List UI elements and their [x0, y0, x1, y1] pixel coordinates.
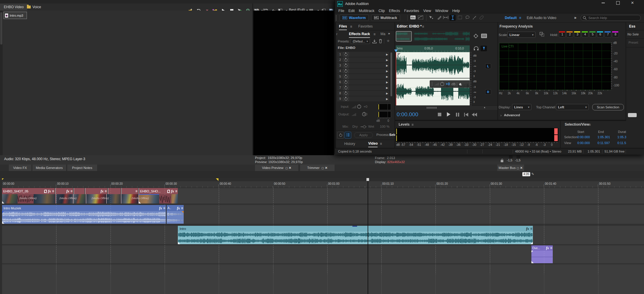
- clip-overlay-header[interactable]: Ove... fx≡: [531, 245, 553, 251]
- menu-favorites[interactable]: Favorites: [404, 9, 419, 13]
- tab-markers-partial[interactable]: Ma: [380, 32, 385, 36]
- clip-intro-muziek[interactable]: Intro Muziek fx≡: [2, 205, 166, 224]
- menu-file[interactable]: File: [338, 9, 344, 13]
- display-list-icon[interactable]: [481, 34, 487, 38]
- clip-a-header[interactable]: A.. fx≡: [167, 205, 184, 211]
- effect-slot-9[interactable]: 9▶: [337, 96, 389, 101]
- hud-grip[interactable]: [432, 82, 433, 86]
- video-clip-header[interactable]: fx≡: [55, 188, 73, 194]
- hud-volume-knob[interactable]: [440, 82, 444, 86]
- slot-expand-icon[interactable]: ▶: [386, 86, 388, 89]
- scale-dropdown[interactable]: Linear▾: [507, 32, 535, 38]
- clip-menu-icon[interactable]: ≡: [181, 206, 183, 210]
- tab-video-preview[interactable]: Video Preview ▢ ✕: [255, 165, 298, 171]
- stop-button[interactable]: [438, 113, 442, 117]
- toolbar-grip[interactable]: [336, 15, 337, 20]
- presets-dropdown[interactable]: (Defaul...▾: [351, 39, 370, 44]
- tab-files[interactable]: Files: [339, 24, 347, 30]
- slot-expand-icon[interactable]: ▶: [386, 64, 388, 67]
- hud-pin-icon[interactable]: [459, 83, 462, 86]
- tab-media-generators[interactable]: Media Generators: [32, 165, 66, 171]
- tab-favorites[interactable]: Favorites: [358, 24, 373, 28]
- clip-menu-icon[interactable]: ≡: [52, 189, 54, 193]
- left-channel-button[interactable]: L: [485, 64, 491, 69]
- tab-trimmer[interactable]: Trimmer ▢ ✕: [300, 165, 335, 171]
- partial-tab[interactable]: r: [336, 32, 338, 36]
- media-bin-scrollbar[interactable]: [0, 11, 3, 155]
- effect-slot-6[interactable]: 6▶: [337, 80, 389, 85]
- clip-a[interactable]: A.. fx≡: [166, 205, 184, 224]
- video-clip-header[interactable]: ≡: [121, 188, 138, 194]
- minimize-button[interactable]: [602, 3, 605, 3]
- ibeam-tool-selected[interactable]: [450, 15, 456, 21]
- waveform-display-icon[interactable]: [410, 16, 416, 20]
- play-button[interactable]: [447, 112, 451, 117]
- multitrack-mode-button[interactable]: Multitrack: [371, 15, 400, 21]
- editor-playhead-marker[interactable]: [394, 49, 398, 52]
- edit-pencil-icon[interactable]: ✎: [531, 172, 534, 176]
- display-dropdown[interactable]: Lines▾: [512, 104, 531, 110]
- clip-indicator-right[interactable]: [554, 135, 558, 141]
- slot-power-button[interactable]: [343, 86, 349, 90]
- effect-slot-4[interactable]: 4▶: [337, 69, 389, 74]
- video-panel-menu-icon[interactable]: ≡: [380, 142, 382, 146]
- frequency-graph[interactable]: Live CTI: [499, 43, 611, 90]
- selection-view-menu-icon[interactable]: ≡: [589, 123, 591, 127]
- slot-expand-icon[interactable]: ▶: [386, 92, 388, 95]
- media-item-intro-mp3[interactable]: Intro.mp3: [4, 12, 27, 19]
- slot-power-button[interactable]: [343, 97, 349, 101]
- transport-time[interactable]: 0:00.000: [397, 111, 418, 118]
- view-end[interactable]: 0:11.597: [597, 141, 610, 145]
- time-selection-tool-icon[interactable]: [443, 16, 448, 20]
- partial-button[interactable]: [628, 113, 637, 117]
- editor-scrollbar[interactable]: ▲: [395, 105, 497, 110]
- clip-fx-icon[interactable]: fx: [48, 189, 51, 193]
- video-clip-header[interactable]: fx≡: [85, 188, 107, 194]
- clip-intro-voice[interactable]: Intro fx≡: [178, 226, 533, 244]
- slot-power-button[interactable]: [343, 58, 349, 62]
- tab-voice[interactable]: Voice: [25, 4, 43, 11]
- pin-playhead-button[interactable]: [481, 46, 487, 51]
- paintbrush-tool-icon[interactable]: [472, 16, 476, 20]
- video-clip-thumbnails[interactable]: (Media Offline) (Media Offline) (Media O…: [2, 194, 178, 204]
- clip-fx-icon[interactable]: fx: [171, 189, 174, 193]
- effect-slot-8[interactable]: 8▶: [337, 91, 389, 96]
- effects-rack-scrollbar[interactable]: [390, 52, 392, 96]
- save-preset-icon[interactable]: [372, 39, 377, 43]
- editor-timeline-ruler[interactable]: hms 0:05,0 0:10,0: [396, 45, 470, 52]
- clip-menu-icon[interactable]: ≡: [70, 189, 72, 193]
- video-clip-header[interactable]: EHBO_SHO...fx≡: [139, 188, 178, 194]
- slot-power-button[interactable]: [343, 74, 349, 79]
- clip-fx-icon[interactable]: fx: [66, 189, 69, 193]
- clip-menu-icon[interactable]: ≡: [135, 189, 137, 193]
- levels-meter[interactable]: [396, 128, 558, 142]
- close-button[interactable]: ✕: [631, 1, 634, 5]
- clip-fx-icon[interactable]: fx: [526, 227, 529, 230]
- input-gain-knob[interactable]: [357, 105, 361, 109]
- levels-menu-icon[interactable]: ≡: [411, 123, 414, 127]
- copy-graph-icon[interactable]: [540, 32, 544, 37]
- rack-power-button[interactable]: [337, 132, 344, 139]
- video-clip-header[interactable]: [108, 188, 121, 194]
- waveform-left-channel[interactable]: [396, 53, 470, 77]
- editor-waveform-area[interactable]: [396, 52, 470, 105]
- clip-intro-muziek-header[interactable]: Intro Muziek fx≡: [2, 205, 166, 211]
- menu-window[interactable]: Window: [435, 9, 448, 13]
- tab-master-bus[interactable]: Master Bus ▢ ✕: [497, 165, 524, 171]
- favorite-star-icon[interactable]: ★: [386, 38, 390, 43]
- spot-healing-tool-icon[interactable]: [479, 16, 484, 20]
- scan-selection-button[interactable]: Scan Selection: [592, 104, 624, 110]
- apply-button[interactable]: Apply: [354, 132, 373, 138]
- selection-end[interactable]: 1:05.301: [597, 135, 610, 139]
- effect-slot-1[interactable]: 1▶: [337, 52, 389, 57]
- razor-tool-icon[interactable]: [437, 16, 441, 20]
- tab-project-notes[interactable]: Project Notes: [67, 165, 97, 171]
- overview-view-range[interactable]: [396, 31, 412, 42]
- files-panel-menu-icon[interactable]: ≡: [350, 25, 352, 29]
- rewind-button[interactable]: [472, 113, 477, 117]
- slot-power-button[interactable]: [343, 80, 349, 84]
- scroll-up-icon[interactable]: ▲: [483, 106, 486, 109]
- video-clip-header[interactable]: EHBO_SHOT_05fx≡: [2, 188, 55, 194]
- workspace-menu-icon[interactable]: ≡: [519, 16, 521, 20]
- clip-fx-icon[interactable]: fx: [177, 206, 180, 210]
